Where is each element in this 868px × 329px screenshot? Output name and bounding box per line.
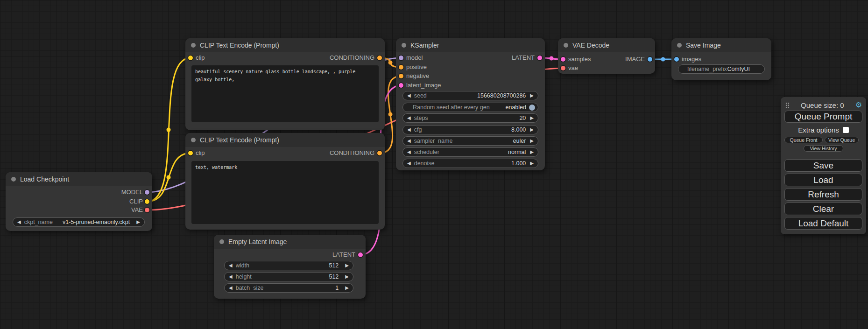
node-title-bar[interactable]: Empty Latent Image [214,235,366,249]
load-button[interactable]: Load [784,174,862,186]
increment-arrow-icon[interactable]: ▶ [345,274,349,279]
clear-button[interactable]: Clear [784,203,862,215]
node-title: Save Image [686,42,721,49]
node-title: CLIP Text Encode (Prompt) [200,42,279,49]
node-title-bar[interactable]: CLIP Text Encode (Prompt) [185,133,385,147]
widget-label: steps [414,115,428,121]
node-clip-text-encode-positive[interactable]: CLIP Text Encode (Prompt) clip CONDITION… [185,38,385,130]
wire-midpoint-dot [167,128,171,132]
port-model-input[interactable] [399,56,403,60]
widget-denoise[interactable]: ◀ denoise 1.000 ▶ [402,159,538,168]
queue-front-button[interactable]: Queue Front [784,137,823,143]
widget-height[interactable]: ◀ height 512 ▶ [224,272,353,281]
widget-ckpt-name[interactable]: ◀ ckpt_name v1-5-pruned-emaonly.ckpt ▶ [13,217,145,227]
increment-arrow-icon[interactable]: ▶ [530,161,534,166]
node-title-bar[interactable]: VAE Decode [558,38,655,52]
decrement-arrow-icon[interactable]: ◀ [229,274,233,279]
decrement-arrow-icon[interactable]: ◀ [407,139,411,143]
decrement-arrow-icon[interactable]: ◀ [407,127,411,132]
decrement-arrow-icon[interactable]: ◀ [407,116,411,120]
node-save-image[interactable]: Save Image images filename_prefix ComfyU… [671,38,771,80]
port-clip-input[interactable] [188,56,193,60]
node-title-bar[interactable]: CLIP Text Encode (Prompt) [185,38,385,52]
widget-random-seed-toggle[interactable]: Random seed after every gen enabled [402,103,538,112]
node-title: KSampler [410,42,439,49]
widget-sampler-name[interactable]: ◀ sampler_name euler ▶ [402,136,538,146]
port-image-output[interactable] [648,57,652,62]
increment-arrow-icon[interactable]: ▶ [530,139,534,143]
node-title-bar[interactable]: Save Image [671,38,771,52]
output-label-latent: LATENT [512,53,535,63]
queue-prompt-button[interactable]: Queue Prompt [784,111,862,123]
prompt-textarea[interactable]: beautiful scenery nature glass bottle la… [191,65,379,122]
port-images-input[interactable] [674,57,679,62]
widget-seed[interactable]: ◀ seed 156680208700286 ▶ [402,91,538,100]
decrement-arrow-icon[interactable]: ◀ [407,150,411,154]
drag-handle-icon[interactable] [785,102,790,108]
widget-width[interactable]: ◀ width 512 ▶ [224,261,353,270]
port-negative-input[interactable] [399,74,403,78]
decrement-arrow-icon[interactable]: ◀ [407,93,411,98]
decrement-arrow-icon[interactable]: ◀ [17,220,21,224]
queue-size-label: Queue size: 0 [790,101,855,109]
node-title: CLIP Text Encode (Prompt) [200,136,279,144]
node-title-bar[interactable]: KSampler [396,38,545,52]
widget-label: height [236,273,252,280]
settings-gear-icon[interactable]: ⚙ [855,101,862,109]
increment-arrow-icon[interactable]: ▶ [345,263,349,268]
port-latent-output[interactable] [358,252,363,257]
port-clip-input[interactable] [188,151,193,155]
port-model-output[interactable] [145,190,149,195]
widget-value: 156680208700286 [477,92,526,99]
increment-arrow-icon[interactable]: ▶ [530,127,534,132]
extra-options-checkbox[interactable] [843,127,849,133]
port-positive-input[interactable] [399,65,403,70]
graph-canvas[interactable]: Load Checkpoint MODEL CLIP VAE ◀ ckpt_na… [0,0,868,329]
port-vae-input[interactable] [561,66,565,70]
extra-options-label: Extra options [798,126,839,134]
node-title-bar[interactable]: Load Checkpoint [6,172,152,186]
save-button[interactable]: Save [784,159,862,172]
widget-cfg[interactable]: ◀ cfg 8.000 ▶ [402,125,538,134]
port-latent-image-input[interactable] [399,83,403,88]
widget-label: filename_prefix [687,66,727,72]
increment-arrow-icon[interactable]: ▶ [530,116,534,120]
widget-batch-size[interactable]: ◀ batch_size 1 ▶ [224,283,353,293]
node-empty-latent-image[interactable]: Empty Latent Image LATENT ◀ width 512 ▶ … [214,235,366,299]
port-conditioning-output[interactable] [377,151,382,155]
view-queue-button[interactable]: View Queue [825,137,859,143]
port-clip-output[interactable] [145,199,149,204]
increment-arrow-icon[interactable]: ▶ [345,286,349,290]
widget-filename-prefix[interactable]: filename_prefix ComfyUI [678,64,765,74]
refresh-button[interactable]: Refresh [784,188,862,201]
output-label-clip: CLIP [129,197,143,206]
decrement-arrow-icon[interactable]: ◀ [229,263,233,268]
input-label-clip: clip [196,53,205,63]
node-clip-text-encode-negative[interactable]: CLIP Text Encode (Prompt) clip CONDITION… [185,133,385,230]
node-vae-decode[interactable]: VAE Decode samples vae IMAGE [558,38,655,74]
node-load-checkpoint[interactable]: Load Checkpoint MODEL CLIP VAE ◀ ckpt_na… [6,172,152,231]
port-conditioning-output[interactable] [377,56,382,60]
port-vae-output[interactable] [145,208,149,212]
toggle-icon[interactable] [529,105,535,111]
view-history-button[interactable]: View History [804,145,843,152]
node-ksampler[interactable]: KSampler model positive negative latent_… [396,38,545,170]
increment-arrow-icon[interactable]: ▶ [136,220,140,224]
increment-arrow-icon[interactable]: ▶ [530,150,534,154]
widget-scheduler[interactable]: ◀ scheduler normal ▶ [402,147,538,157]
load-default-button[interactable]: Load Default [784,217,862,230]
wire-midpoint-dot [661,57,665,62]
input-label-negative: negative [406,71,429,81]
widget-label: ckpt_name [24,219,53,225]
widget-value: 512 [329,262,339,269]
decrement-arrow-icon[interactable]: ◀ [229,286,233,290]
wire-midpoint-dot [388,61,393,65]
port-samples-input[interactable] [561,57,565,62]
port-latent-output[interactable] [537,56,542,60]
negative-prompt-textarea[interactable]: text, watermark [191,161,379,224]
output-label-conditioning: CONDITIONING [330,148,374,158]
increment-arrow-icon[interactable]: ▶ [530,93,534,98]
widget-steps[interactable]: ◀ steps 20 ▶ [402,113,538,123]
decrement-arrow-icon[interactable]: ◀ [407,161,411,166]
wire-midpoint-dot [388,112,393,117]
